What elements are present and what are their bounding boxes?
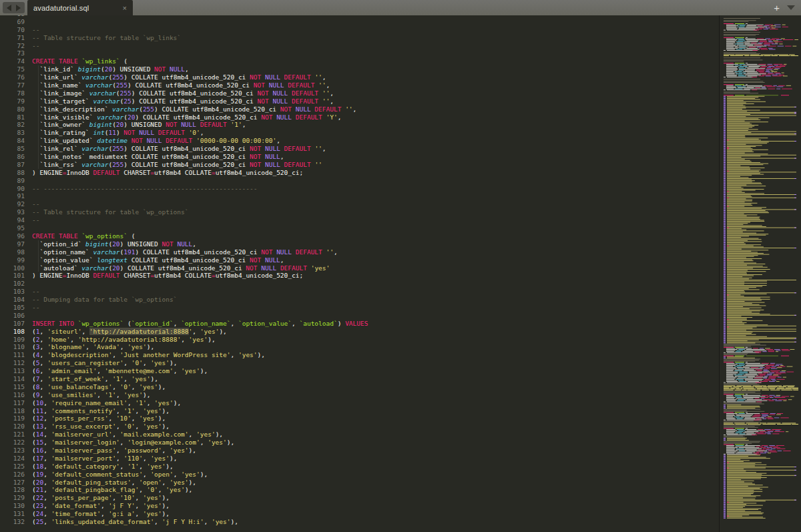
code-line: 101) ENGINE=InnoDB DEFAULT CHARSET=utf8m… bbox=[0, 272, 720, 280]
code-line: 109(2, 'home', 'http://avadatutorial:888… bbox=[0, 336, 720, 344]
line-number: 114 bbox=[0, 375, 25, 383]
code-line: 123(16, 'mailserver_pass', 'password', '… bbox=[0, 447, 720, 455]
line-number: 131 bbox=[0, 510, 25, 518]
tab-title: avadatutorial.sql bbox=[33, 4, 118, 12]
code-line: 93-- Table structure for table `wp_optio… bbox=[0, 208, 720, 216]
code-line: 127(20, 'default_ping_status', 'open', '… bbox=[0, 479, 720, 487]
tabbar-actions: + bbox=[774, 0, 801, 15]
code-line: 73 bbox=[0, 49, 720, 57]
forward-icon[interactable] bbox=[16, 5, 21, 11]
back-icon[interactable] bbox=[7, 5, 11, 11]
line-number: 118 bbox=[0, 407, 25, 415]
line-number: 107 bbox=[0, 320, 25, 328]
editor[interactable]: 68-- -----------------------------------… bbox=[0, 15, 720, 532]
tab-overflow-icon[interactable] bbox=[787, 5, 795, 10]
code-line: 100 `autoload` varchar(20) COLLATE utf8m… bbox=[0, 264, 720, 272]
code-line: 76 `link_url` varchar(255) COLLATE utf8m… bbox=[0, 73, 720, 81]
line-number: 116 bbox=[0, 391, 25, 399]
line-number: 97 bbox=[0, 240, 25, 248]
code-line: 111(4, 'blogdescription', 'Just another … bbox=[0, 351, 720, 359]
line-number: 113 bbox=[0, 367, 25, 375]
line-number: 92 bbox=[0, 200, 25, 208]
code-line: 104-- Dumping data for table `wp_options… bbox=[0, 296, 720, 304]
history-nav bbox=[3, 2, 25, 13]
minimap[interactable] bbox=[719, 15, 801, 532]
code-line: 98 `option_name` varchar(191) COLLATE ut… bbox=[0, 248, 720, 256]
code-line: 75 `link_id` bigint(20) UNSIGNED NOT NUL… bbox=[0, 65, 720, 73]
line-number: 69 bbox=[0, 18, 25, 26]
code-line: 90-- -----------------------------------… bbox=[0, 185, 720, 193]
code-line: 86 `link_notes` mediumtext COLLATE utf8m… bbox=[0, 153, 720, 161]
code-line: 94-- bbox=[0, 216, 720, 224]
code-line: 113(6, 'admin_email', 'mbennette@me.com'… bbox=[0, 367, 720, 375]
line-number: 127 bbox=[0, 479, 25, 487]
line-number: 128 bbox=[0, 486, 25, 494]
code-line: 121(14, 'mailserver_url', 'mail.example.… bbox=[0, 431, 720, 439]
line-number: 101 bbox=[0, 272, 25, 280]
line-number: 106 bbox=[0, 312, 25, 320]
line-number: 95 bbox=[0, 224, 25, 232]
line-number: 96 bbox=[0, 232, 25, 240]
line-number: 86 bbox=[0, 153, 25, 161]
code-line: 70-- bbox=[0, 26, 720, 34]
code-line: 114(7, 'start_of_week', '1', 'yes'), bbox=[0, 375, 720, 383]
line-number: 108 bbox=[0, 328, 25, 336]
code-line: 112(5, 'users_can_register', '0', 'yes')… bbox=[0, 359, 720, 367]
code-line: 88) ENGINE=InnoDB DEFAULT CHARSET=utf8mb… bbox=[0, 169, 720, 177]
line-number: 71 bbox=[0, 34, 25, 42]
line-number: 129 bbox=[0, 494, 25, 502]
code-line: 84 `link_updated` datetime NOT NULL DEFA… bbox=[0, 137, 720, 145]
code-line: 96CREATE TABLE `wp_options` ( bbox=[0, 232, 720, 240]
line-number: 88 bbox=[0, 169, 25, 177]
tab-bar: avadatutorial.sql × + bbox=[0, 0, 801, 15]
code-lines: 68-- -----------------------------------… bbox=[0, 15, 720, 526]
line-number: 119 bbox=[0, 415, 25, 423]
line-number: 75 bbox=[0, 65, 25, 73]
line-number: 85 bbox=[0, 145, 25, 153]
code-line: 120(13, 'rss_use_excerpt', '0', 'yes'), bbox=[0, 423, 720, 431]
line-number: 126 bbox=[0, 471, 25, 479]
line-number: 74 bbox=[0, 57, 25, 65]
line-number: 112 bbox=[0, 359, 25, 367]
line-number: 102 bbox=[0, 280, 25, 288]
code-line: 91 bbox=[0, 192, 720, 200]
code-line: 126(19, 'default_comment_status', 'open'… bbox=[0, 471, 720, 479]
code-line: 132(25, 'links_updated_date_format', 'j … bbox=[0, 518, 720, 526]
line-number: 80 bbox=[0, 105, 25, 113]
line-number: 70 bbox=[0, 26, 25, 34]
code-line: 82 `link_owner` bigint(20) UNSIGNED NOT … bbox=[0, 121, 720, 129]
code-line: 124(17, 'mailserver_port', '110', 'yes')… bbox=[0, 455, 720, 463]
line-number: 110 bbox=[0, 343, 25, 351]
close-tab-icon[interactable]: × bbox=[122, 4, 127, 12]
line-number: 109 bbox=[0, 336, 25, 344]
line-number: 130 bbox=[0, 502, 25, 510]
line-number: 87 bbox=[0, 161, 25, 169]
line-number: 76 bbox=[0, 73, 25, 81]
code-line: 115(8, 'use_balanceTags', '0', 'yes'), bbox=[0, 383, 720, 391]
line-number: 73 bbox=[0, 49, 25, 57]
line-number: 77 bbox=[0, 81, 25, 89]
line-number: 89 bbox=[0, 177, 25, 185]
code-line: 80 `link_description` varchar(255) COLLA… bbox=[0, 105, 720, 113]
new-tab-icon[interactable]: + bbox=[774, 3, 780, 13]
code-line: 89 bbox=[0, 177, 720, 185]
code-line: 107INSERT INTO `wp_options` (`option_id`… bbox=[0, 320, 720, 328]
code-line: 85 `link_rel` varchar(255) COLLATE utf8m… bbox=[0, 145, 720, 153]
line-number: 81 bbox=[0, 113, 25, 121]
code-line: 103-- bbox=[0, 288, 720, 296]
code-line: 122(15, 'mailserver_login', 'login@examp… bbox=[0, 439, 720, 447]
tab-avadatutorial-sql[interactable]: avadatutorial.sql × bbox=[27, 0, 133, 15]
code-line: 108(1, 'siteurl', 'http://avadatutorial:… bbox=[0, 328, 720, 336]
line-number: 104 bbox=[0, 296, 25, 304]
code-line: 131(24, 'time_format', 'g:i a', 'yes'), bbox=[0, 510, 720, 518]
line-number: 72 bbox=[0, 42, 25, 50]
line-number: 111 bbox=[0, 351, 25, 359]
code-line: 97 `option_id` bigint(20) UNSIGNED NOT N… bbox=[0, 240, 720, 248]
line-number: 123 bbox=[0, 447, 25, 455]
code-line: 105-- bbox=[0, 304, 720, 312]
code-line: 83 `link_rating` int(11) NOT NULL DEFAUL… bbox=[0, 129, 720, 137]
line-number: 79 bbox=[0, 97, 25, 105]
code-line: 77 `link_name` varchar(255) COLLATE utf8… bbox=[0, 81, 720, 89]
line-number: 78 bbox=[0, 89, 25, 97]
code-line: 79 `link_target` varchar(25) COLLATE utf… bbox=[0, 97, 720, 105]
